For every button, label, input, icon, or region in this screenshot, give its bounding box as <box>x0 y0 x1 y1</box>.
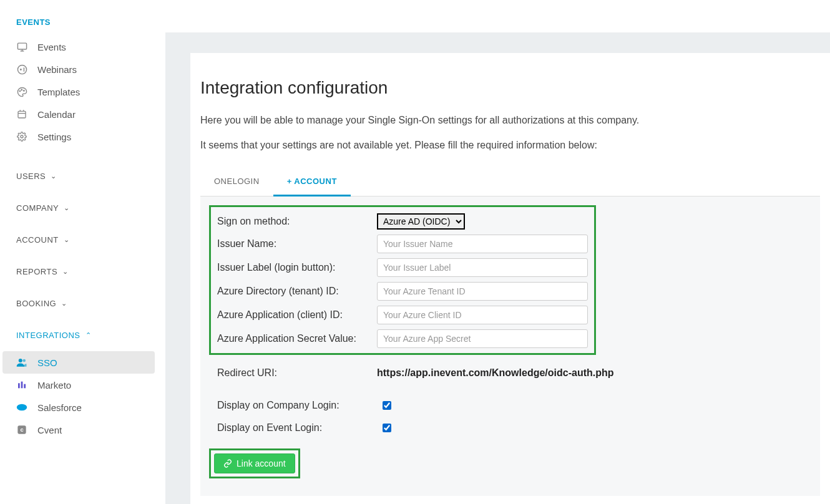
issuer-label-input[interactable] <box>377 258 588 277</box>
sign-on-method-select[interactable]: Azure AD (OIDC) <box>377 213 465 230</box>
tenant-id-label: Azure Directory (tenant) ID: <box>217 286 377 297</box>
tabs: ONELOGIN + ACCOUNT <box>200 168 820 196</box>
svg-point-13 <box>19 359 22 362</box>
page-title: Integration configuration <box>200 78 820 98</box>
chevron-up-icon: ⌃ <box>85 331 92 339</box>
sidebar-item-label: Cvent <box>37 425 62 435</box>
svg-point-4 <box>19 69 21 70</box>
svg-rect-17 <box>24 384 26 389</box>
calendar-icon <box>16 109 27 120</box>
issuer-name-input[interactable] <box>377 235 588 253</box>
chevron-down-icon: ⌄ <box>62 268 69 276</box>
sidebar-section-users[interactable]: USERS ⌄ <box>0 160 157 192</box>
link-account-button[interactable]: Link account <box>214 453 295 473</box>
sidebar-section-reports[interactable]: REPORTS ⌄ <box>0 256 157 288</box>
gear-icon <box>16 131 27 142</box>
sidebar-item-cvent[interactable]: c Cvent <box>0 419 157 441</box>
sidebar-section-events: EVENTS <box>0 0 157 36</box>
salesforce-icon <box>16 402 27 413</box>
webinar-icon <box>16 64 27 75</box>
palette-icon <box>16 86 27 97</box>
sidebar-item-label: Calendar <box>37 109 76 120</box>
redirect-uri-value: https://app.inevent.com/Knowledge/oidc-a… <box>377 367 614 379</box>
highlighted-form-box: Sign on method: Azure AD (OIDC) Issuer N… <box>209 205 596 355</box>
sidebar-item-label: Salesforce <box>37 402 82 413</box>
svg-rect-16 <box>21 382 23 389</box>
sidebar: EVENTS Events Webinars Templates Calenda… <box>0 0 157 504</box>
page-description-2: It seems that your settings are not avai… <box>200 138 820 153</box>
main-content: Integration configuration Here you will … <box>165 0 830 504</box>
sidebar-item-marketo[interactable]: Marketo <box>0 374 157 396</box>
svg-point-5 <box>19 90 20 91</box>
section-label: REPORTS <box>16 267 57 276</box>
svg-rect-0 <box>17 43 26 49</box>
sidebar-item-label: Settings <box>37 132 71 142</box>
sidebar-item-label: SSO <box>37 357 57 368</box>
sidebar-section-booking[interactable]: BOOKING ⌄ <box>0 288 157 319</box>
page-description-1: Here you will be able to manage your Sin… <box>200 113 820 128</box>
section-label: USERS <box>16 172 46 181</box>
chevron-down-icon: ⌄ <box>61 299 67 308</box>
sidebar-item-sso[interactable]: SSO <box>2 351 155 374</box>
sidebar-item-salesforce[interactable]: Salesforce <box>0 396 157 419</box>
marketo-icon <box>16 379 27 390</box>
issuer-name-label: Issuer Name: <box>217 238 377 250</box>
form-area: Sign on method: Azure AD (OIDC) Issuer N… <box>200 196 820 496</box>
link-account-highlight: Link account <box>209 448 300 478</box>
sidebar-section-integrations[interactable]: INTEGRATIONS ⌃ <box>0 319 157 351</box>
tab-add-account[interactable]: + ACCOUNT <box>273 168 351 196</box>
sidebar-item-webinars[interactable]: Webinars <box>0 58 157 80</box>
chevron-down-icon: ⌄ <box>51 172 57 180</box>
chevron-down-icon: ⌄ <box>64 236 70 244</box>
link-icon <box>223 459 232 468</box>
section-label: COMPANY <box>16 203 59 213</box>
svg-point-14 <box>23 359 26 362</box>
client-id-input[interactable] <box>377 306 588 324</box>
display-company-label: Display on Company Login: <box>217 400 383 411</box>
display-event-label: Display on Event Login: <box>217 422 383 434</box>
redirect-uri-label: Redirect URI: <box>217 367 377 379</box>
display-company-checkbox[interactable] <box>383 401 391 410</box>
svg-point-3 <box>17 65 26 74</box>
section-label: BOOKING <box>16 299 56 308</box>
cvent-icon: c <box>16 424 27 435</box>
link-account-label: Link account <box>237 458 286 468</box>
secret-input[interactable] <box>377 329 588 348</box>
sidebar-item-settings[interactable]: Settings <box>0 125 157 148</box>
sidebar-item-label: Templates <box>37 87 80 97</box>
chevron-down-icon: ⌄ <box>64 204 70 212</box>
section-label: INTEGRATIONS <box>16 331 81 340</box>
users-icon <box>16 357 27 368</box>
display-event-checkbox[interactable] <box>383 424 391 432</box>
tab-onelogin[interactable]: ONELOGIN <box>200 168 273 196</box>
sidebar-item-templates[interactable]: Templates <box>0 80 157 103</box>
issuer-label-label: Issuer Label (login button): <box>217 262 377 273</box>
section-label: ACCOUNT <box>16 235 59 245</box>
sidebar-item-events[interactable]: Events <box>0 36 157 58</box>
svg-rect-8 <box>18 111 26 118</box>
secret-label: Azure Application Secret Value: <box>217 333 377 344</box>
sidebar-section-company[interactable]: COMPANY ⌄ <box>0 192 157 224</box>
tenant-id-input[interactable] <box>377 282 588 301</box>
sidebar-section-account[interactable]: ACCOUNT ⌄ <box>0 224 157 256</box>
svg-text:c: c <box>20 427 23 433</box>
svg-rect-15 <box>18 383 20 388</box>
sidebar-item-label: Marketo <box>37 380 71 390</box>
content-card: Integration configuration Here you will … <box>190 53 830 504</box>
svg-point-7 <box>23 90 24 90</box>
svg-point-6 <box>21 89 22 90</box>
client-id-label: Azure Application (client) ID: <box>217 309 377 321</box>
sidebar-item-label: Webinars <box>37 64 77 75</box>
svg-point-12 <box>21 135 23 138</box>
monitor-icon <box>16 41 27 52</box>
sidebar-item-calendar[interactable]: Calendar <box>0 103 157 125</box>
sidebar-item-label: Events <box>37 42 66 52</box>
svg-point-18 <box>17 404 27 411</box>
sign-on-method-label: Sign on method: <box>217 216 377 227</box>
